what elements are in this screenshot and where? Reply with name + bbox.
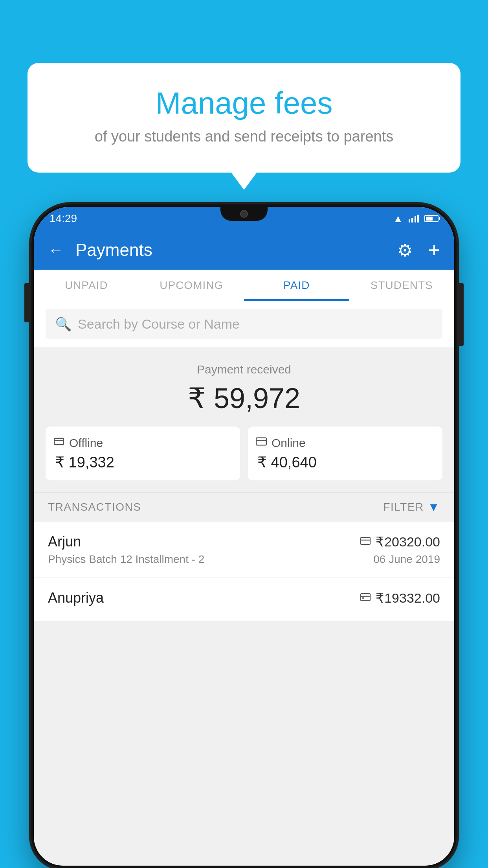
transaction-course: Physics Batch 12 Installment - 2	[48, 553, 204, 566]
payment-summary: Payment received ₹ 59,972 Offline ₹ 19,3…	[34, 347, 454, 492]
offline-label: Offline	[69, 436, 103, 450]
transaction-amount: ₹19332.00	[376, 590, 440, 606]
notch-camera	[240, 210, 248, 218]
payment-cards: Offline ₹ 19,332 Online ₹ 4	[46, 427, 442, 480]
transaction-amount-row: ₹19332.00	[360, 590, 440, 606]
transaction-name: Arjun	[48, 533, 81, 550]
online-amount: ₹ 40,640	[256, 454, 317, 471]
svg-rect-4	[361, 537, 370, 544]
status-time: 14:29	[50, 212, 77, 225]
search-container: 🔍 Search by Course or Name	[34, 301, 454, 347]
transactions-label: TRANSACTIONS	[48, 501, 141, 513]
transactions-header: TRANSACTIONS FILTER ▼	[34, 492, 454, 522]
svg-rect-2	[256, 438, 266, 445]
payment-mode-icon-offline	[360, 592, 371, 604]
gear-icon[interactable]: ⚙	[397, 240, 413, 260]
battery-icon	[424, 215, 438, 222]
online-card: Online ₹ 40,640	[248, 427, 442, 480]
transaction-amount: ₹20320.00	[376, 534, 440, 550]
speech-bubble-subtitle: of your students and send receipts to pa…	[51, 128, 437, 145]
payment-total-amount: ₹ 59,972	[46, 382, 442, 415]
header-title: Payments	[75, 240, 389, 260]
speech-bubble-title: Manage fees	[51, 86, 437, 120]
transaction-date: 06 June 2019	[373, 553, 440, 566]
tab-students[interactable]: STUDENTS	[349, 270, 455, 301]
phone-notch	[220, 207, 268, 221]
wifi-icon: ▲	[393, 213, 403, 225]
filter-button[interactable]: FILTER ▼	[383, 500, 440, 514]
tab-unpaid[interactable]: UNPAID	[34, 270, 139, 301]
transaction-list: Arjun ₹20320.00 Physics Batch 12 Install…	[34, 522, 454, 622]
tab-paid[interactable]: PAID	[244, 270, 349, 301]
transaction-detail: Physics Batch 12 Installment - 2 06 June…	[48, 553, 440, 566]
signal-icon	[409, 215, 419, 223]
add-button[interactable]: +	[428, 238, 440, 262]
tabs-bar: UNPAID UPCOMING PAID STUDENTS	[34, 270, 454, 301]
search-icon: 🔍	[55, 316, 72, 332]
offline-amount: ₹ 19,332	[53, 454, 114, 471]
transaction-name: Anupriya	[48, 590, 104, 606]
search-box[interactable]: 🔍 Search by Course or Name	[46, 309, 442, 339]
payment-mode-icon-online	[360, 535, 371, 548]
online-icon	[256, 436, 267, 450]
phone-screen: 14:29 ▲ ← Payments ⚙ +	[34, 207, 454, 866]
payment-received-label: Payment received	[46, 363, 442, 376]
svg-rect-0	[54, 438, 63, 445]
filter-icon: ▼	[428, 500, 440, 514]
filter-label: FILTER	[383, 501, 424, 513]
app-header: ← Payments ⚙ +	[34, 230, 454, 270]
phone-frame: 14:29 ▲ ← Payments ⚙ +	[31, 204, 457, 868]
tab-upcoming[interactable]: UPCOMING	[139, 270, 244, 301]
svg-rect-6	[361, 594, 370, 601]
back-button[interactable]: ←	[48, 241, 64, 259]
table-row[interactable]: Arjun ₹20320.00 Physics Batch 12 Install…	[34, 522, 454, 578]
offline-card: Offline ₹ 19,332	[46, 427, 240, 480]
status-icons: ▲	[393, 213, 438, 225]
online-label: Online	[272, 436, 306, 450]
table-row[interactable]: Anupriya ₹19332.00	[34, 578, 454, 622]
transaction-amount-row: ₹20320.00	[360, 534, 440, 550]
speech-bubble: Manage fees of your students and send re…	[28, 63, 460, 173]
search-input[interactable]: Search by Course or Name	[78, 316, 240, 332]
offline-icon	[53, 436, 64, 450]
